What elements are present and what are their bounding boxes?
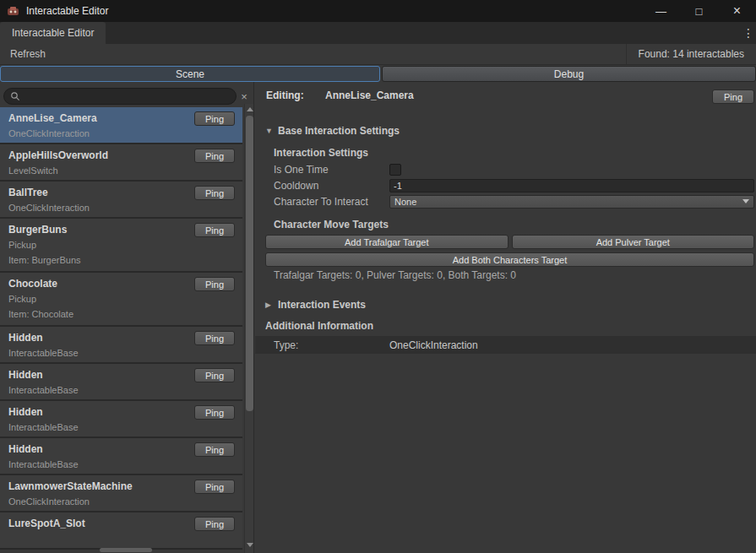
ping-button[interactable]: Ping bbox=[194, 111, 235, 126]
base-settings-foldout[interactable]: ▼ Base Interaction Settings bbox=[265, 124, 400, 137]
is-one-time-row: Is One Time bbox=[274, 162, 754, 176]
targets-summary: Trafalgar Targets: 0, Pulver Targets: 0,… bbox=[274, 269, 516, 281]
foldout-label: Base Interaction Settings bbox=[278, 125, 400, 137]
is-one-time-checkbox[interactable] bbox=[389, 164, 401, 176]
list-item[interactable]: BurgerBuns Pickup Item: BurgerBuns Ping bbox=[0, 219, 242, 273]
found-count-label: Found: 14 interactables bbox=[626, 44, 756, 64]
character-label: Character To Interact bbox=[274, 196, 389, 208]
search-input[interactable] bbox=[20, 91, 236, 101]
item-subtitle: Pickup bbox=[8, 240, 234, 251]
editing-value: AnneLise_Camera bbox=[325, 89, 414, 101]
chevron-down-icon bbox=[742, 199, 749, 203]
window-title: Interactable Editor bbox=[26, 5, 108, 17]
type-value: OneClickInteraction bbox=[389, 339, 478, 351]
ping-button[interactable]: Ping bbox=[194, 331, 235, 345]
titlebar: Interactable Editor — □ × bbox=[0, 0, 756, 22]
item-subtitle: LevelSwitch bbox=[8, 165, 234, 176]
tab-label: Interactable Editor bbox=[12, 27, 94, 39]
dropdown-value: None bbox=[394, 197, 416, 207]
item-subtitle: InteractableBase bbox=[8, 459, 234, 470]
ping-button[interactable]: Ping bbox=[194, 277, 235, 291]
ping-button[interactable]: Ping bbox=[194, 223, 235, 237]
is-one-time-label: Is One Time bbox=[274, 164, 389, 176]
cooldown-label: Cooldown bbox=[274, 180, 389, 192]
type-row: Type: OneClickInteraction bbox=[255, 336, 756, 354]
list-item[interactable]: LawnmowerStateMachine OneClickInteractio… bbox=[0, 475, 242, 512]
inspector-panel: Editing: AnneLise_Camera Ping ▼ Base Int… bbox=[255, 82, 756, 553]
search-clear-button[interactable]: × bbox=[238, 90, 250, 102]
interaction-settings-header: Interaction Settings bbox=[274, 147, 368, 159]
horizontal-scrollbar[interactable] bbox=[0, 548, 242, 553]
list-item[interactable]: Hidden InteractableBase Ping bbox=[0, 327, 242, 364]
view-tabs: Scene Debug bbox=[0, 66, 756, 82]
item-subtitle: Pickup bbox=[8, 294, 234, 305]
list-item[interactable]: Hidden InteractableBase Ping bbox=[0, 401, 242, 438]
ping-button[interactable]: Ping bbox=[194, 405, 235, 420]
add-pulver-target-button[interactable]: Add Pulver Target bbox=[512, 235, 755, 249]
scene-list-panel: × AnneLise_Camera OneClickInteraction Pi… bbox=[0, 82, 254, 553]
item-subtitle: OneClickInteraction bbox=[8, 496, 234, 507]
search-field[interactable] bbox=[3, 88, 237, 105]
scroll-down-icon[interactable] bbox=[245, 539, 254, 550]
search-icon bbox=[10, 91, 20, 101]
foldout-label: Interaction Events bbox=[278, 299, 366, 311]
ping-button[interactable]: Ping bbox=[194, 480, 235, 494]
ping-button[interactable]: Ping bbox=[194, 186, 235, 200]
target-buttons-row: Add Trafalgar Target Add Pulver Target bbox=[265, 235, 754, 249]
item-subtitle: InteractableBase bbox=[8, 385, 234, 396]
cooldown-input[interactable] bbox=[389, 179, 754, 192]
item-subtitle: Item: BurgerBuns bbox=[8, 255, 234, 266]
vertical-scrollbar[interactable] bbox=[244, 104, 254, 553]
item-subtitle: InteractableBase bbox=[8, 348, 234, 359]
list-item[interactable]: LureSpotA_Slot Ping bbox=[0, 512, 242, 550]
item-subtitle: Item: Chocolate bbox=[8, 309, 234, 320]
list-item[interactable]: AnneLise_Camera OneClickInteraction Ping bbox=[0, 107, 242, 144]
item-subtitle: OneClickInteraction bbox=[8, 128, 234, 139]
kebab-menu-icon[interactable]: ⋮ bbox=[741, 22, 756, 44]
tab-scene[interactable]: Scene bbox=[0, 66, 380, 82]
add-both-targets-button[interactable]: Add Both Characters Target bbox=[265, 252, 754, 267]
vertical-scrollbar-thumb[interactable] bbox=[246, 116, 253, 411]
interaction-events-foldout[interactable]: ▶ Interaction Events bbox=[265, 298, 366, 311]
horizontal-scrollbar-thumb[interactable] bbox=[100, 548, 152, 552]
tab-debug[interactable]: Debug bbox=[382, 66, 756, 82]
editing-label: Editing: bbox=[266, 89, 304, 101]
window-controls: — □ × bbox=[642, 0, 756, 22]
foldout-open-icon: ▼ bbox=[265, 127, 274, 135]
list-item[interactable]: Hidden InteractableBase Ping bbox=[0, 438, 242, 475]
ping-button[interactable]: Ping bbox=[194, 442, 235, 457]
app-icon bbox=[7, 5, 19, 18]
refresh-button[interactable]: Refresh bbox=[0, 44, 56, 64]
scroll-up-icon[interactable] bbox=[245, 104, 254, 114]
additional-info-header: Additional Information bbox=[265, 320, 373, 332]
add-trafalgar-target-button[interactable]: Add Trafalgar Target bbox=[265, 235, 509, 249]
list-item[interactable]: Hidden InteractableBase Ping bbox=[0, 364, 242, 401]
character-row: Character To Interact None bbox=[274, 194, 754, 209]
foldout-closed-icon: ▶ bbox=[265, 301, 274, 309]
editor-tabstrip: Interactable Editor ⋮ bbox=[0, 22, 756, 44]
list-item[interactable]: Chocolate Pickup Item: Chocolate Ping bbox=[0, 273, 242, 327]
interactable-list: AnneLise_Camera OneClickInteraction Ping… bbox=[0, 107, 242, 553]
cooldown-row: Cooldown bbox=[274, 178, 754, 192]
move-targets-header: Character Move Targets bbox=[274, 219, 389, 230]
type-label: Type: bbox=[274, 339, 389, 351]
inspector-header: Editing: AnneLise_Camera Ping bbox=[266, 89, 754, 105]
ping-button[interactable]: Ping bbox=[194, 149, 235, 163]
list-item[interactable]: AppleHillsOverworld LevelSwitch Ping bbox=[0, 144, 242, 182]
item-subtitle: OneClickInteraction bbox=[8, 203, 234, 214]
ping-button[interactable]: Ping bbox=[712, 89, 754, 104]
toolbar: Refresh Found: 14 interactables bbox=[0, 44, 756, 65]
item-subtitle: InteractableBase bbox=[8, 422, 234, 433]
close-button[interactable]: × bbox=[718, 0, 756, 22]
ping-button[interactable]: Ping bbox=[194, 368, 235, 382]
character-dropdown[interactable]: None bbox=[389, 195, 754, 209]
minimize-button[interactable]: — bbox=[642, 0, 680, 22]
tab-interactable-editor[interactable]: Interactable Editor bbox=[0, 22, 106, 44]
app-window: Interactable Editor — □ × Interactable E… bbox=[0, 0, 756, 553]
maximize-button[interactable]: □ bbox=[680, 0, 718, 22]
list-item[interactable]: BallTree OneClickInteraction Ping bbox=[0, 182, 242, 219]
ping-button[interactable]: Ping bbox=[194, 517, 235, 531]
